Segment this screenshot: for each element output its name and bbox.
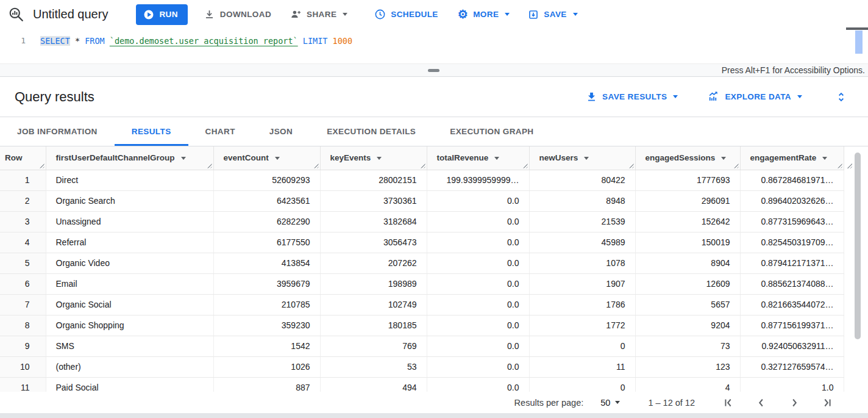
tab-results[interactable]: RESULTS [115,117,188,146]
accessibility-hint: Press Alt+F1 for Accessibility Options. [722,65,865,75]
chevron-right-icon [788,396,801,409]
cell-engagedsessions: 4 [635,377,740,392]
schedule-button[interactable]: SCHEDULE [374,9,438,20]
download-button-label: DOWNLOAD [220,10,271,19]
sql-line-code[interactable]: SELECT * FROM `demo.demoset.user_acquisi… [40,35,352,47]
cell-engagedsessions: 12609 [635,273,740,294]
cell-firstuserdefaultchannelgroup: Referral [46,232,213,253]
cell-newusers: 8948 [529,190,635,211]
column-header-keyevents[interactable]: keyEvents [320,146,427,170]
cell-engagementrate: 0.825450319709… [740,232,844,253]
query-results-title: Query results [15,89,94,105]
column-header-eventcount[interactable]: eventCount [213,146,320,170]
save-button[interactable]: SAVE [528,9,577,20]
sql-token-plain: * [70,36,85,46]
row-number-cell: 4 [0,232,46,253]
column-header-row[interactable]: Row [0,146,46,170]
column-menu-caret-icon[interactable] [275,157,280,160]
column-header-engagementrate[interactable]: engagementRate [740,146,844,170]
previous-page-button[interactable] [755,396,768,409]
sql-token-keyword: FROM [85,36,105,46]
column-resize-grip[interactable] [733,163,739,168]
download-button[interactable]: DOWNLOAD [204,9,271,20]
cell-newusers: 1907 [529,273,635,294]
cell-keyevents: 102749 [320,294,427,315]
chevron-down-icon [505,13,510,16]
column-menu-caret-icon[interactable] [584,157,589,160]
editor-scrollbar-thumb[interactable] [855,31,863,54]
column-header-label: totalRevenue [437,153,489,162]
cell-keyevents: 769 [320,336,427,356]
tab-chart[interactable]: CHART [188,117,252,146]
column-header-firstuserdefaultchannelgroup[interactable]: firstUserDefaultChannelGroup [46,146,213,170]
last-page-button[interactable] [820,396,834,409]
cell-totalrevenue: 0.0 [427,211,529,232]
column-header-label: eventCount [224,153,269,162]
column-header-newusers[interactable]: newUsers [529,146,635,170]
cell-firstuserdefaultchannelgroup: Direct [46,170,213,190]
column-resize-grip[interactable] [39,163,44,168]
cell-eventcount: 6177550 [213,232,320,253]
cell-newusers: 80422 [529,170,635,190]
page-size-select[interactable]: 50 [600,398,620,408]
column-header-engagedsessions[interactable]: engagedSessions [635,146,740,170]
cell-engagedsessions: 9204 [635,315,740,336]
tab-execution-graph[interactable]: EXECUTION GRAPH [433,117,550,146]
table-scrollbar-thumb[interactable] [855,153,861,339]
collapse-results-button[interactable] [835,90,847,104]
tab-label: JSON [269,127,293,136]
column-resize-grip[interactable] [207,163,212,168]
cell-keyevents: 28002151 [320,170,427,190]
sql-token-keyword: LIMIT [303,36,328,46]
explore-data-button[interactable]: EXPLORE DATA [707,91,802,103]
row-number-cell: 9 [0,336,46,356]
column-menu-caret-icon[interactable] [181,157,186,160]
column-resize-grip[interactable] [837,163,842,168]
horizontal-scrollbar[interactable] [0,413,868,418]
next-page-button[interactable] [788,396,801,409]
save-results-label: SAVE RESULTS [602,92,667,101]
column-menu-caret-icon[interactable] [494,157,499,160]
more-button[interactable]: ⚙ MORE [458,9,510,20]
save-results-button[interactable]: SAVE RESULTS [586,91,678,103]
cell-engagementrate: 0.896402032626… [740,190,844,211]
cell-totalrevenue: 0.0 [427,232,529,253]
results-per-page-label: Results per page: [514,398,584,408]
cell-eventcount: 6282290 [213,211,320,232]
clock-icon [374,9,386,20]
column-resize-grip[interactable] [522,163,528,168]
column-resize-grip[interactable] [420,163,425,168]
column-resize-grip[interactable] [313,163,319,168]
tab-json[interactable]: JSON [252,117,310,146]
share-button[interactable]: SHARE [290,9,347,20]
cell-engagedsessions: 8904 [635,253,740,273]
insights-chart-icon [707,91,720,103]
row-number-cell: 2 [0,190,46,211]
splitter-drag-handle[interactable] [428,69,439,72]
column-menu-caret-icon[interactable] [377,157,382,160]
table-row: 3Unassigned628229031826840.0215391526420… [0,211,844,232]
query-title: Untitled query [33,7,108,21]
column-resize-grip[interactable] [628,163,634,168]
sql-editor[interactable]: 1 SELECT * FROM `demo.demoset.user_acqui… [0,29,868,63]
column-header-totalrevenue[interactable]: totalRevenue [427,146,529,170]
column-menu-caret-icon[interactable] [822,157,827,160]
cell-newusers: 11 [529,356,635,377]
sql-token-plain [327,36,332,46]
cell-newusers: 1772 [529,315,635,336]
sql-token-number: 1000 [333,36,353,46]
run-button[interactable]: RUN [136,4,187,25]
cell-eventcount: 3959679 [213,273,320,294]
column-header-label: keyEvents [330,153,371,162]
row-number-cell: 5 [0,253,46,273]
query-results-header: Query results SAVE RESULTS EXPLORE DATA [0,77,868,117]
column-menu-caret-icon[interactable] [721,157,726,160]
cell-eventcount: 6423561 [213,190,320,211]
tab-job-information[interactable]: JOB INFORMATION [0,117,115,146]
cell-firstuserdefaultchannelgroup: Organic Video [46,253,213,273]
download-filled-icon [586,91,597,103]
tab-execution-details[interactable]: EXECUTION DETAILS [310,117,433,146]
first-page-button[interactable] [722,396,735,409]
row-number-cell: 7 [0,294,46,315]
cell-keyevents: 3056473 [320,232,427,253]
